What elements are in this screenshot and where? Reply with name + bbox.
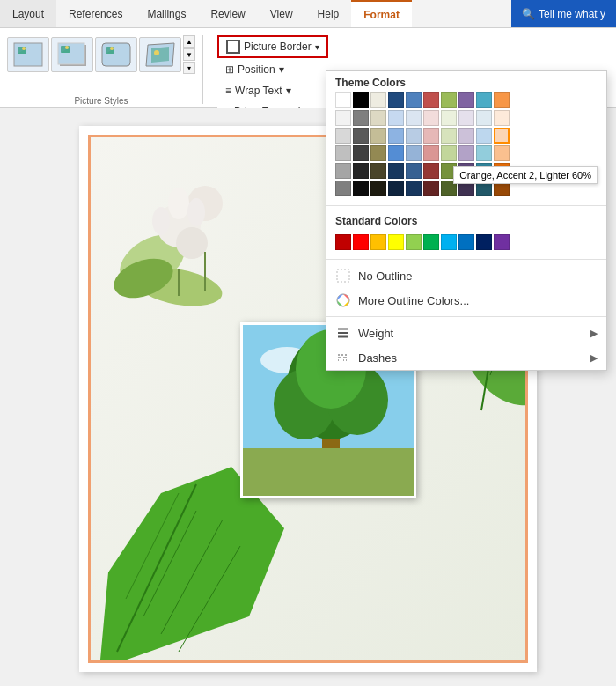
tc-3-8[interactable] xyxy=(458,128,474,144)
tc-4-10[interactable] xyxy=(494,145,510,161)
sc-3[interactable] xyxy=(370,234,386,250)
tab-references[interactable]: References xyxy=(56,0,135,27)
search-icon: 🔍 xyxy=(522,8,535,20)
svg-point-32 xyxy=(187,198,205,226)
tab-format[interactable]: Format xyxy=(351,0,412,27)
tc-6-4[interactable] xyxy=(388,181,404,196)
color-blue[interactable] xyxy=(406,92,422,108)
pic-style-3[interactable] xyxy=(95,37,137,72)
tc-4-4[interactable] xyxy=(388,145,404,161)
tc-3-9[interactable] xyxy=(476,128,492,144)
color-orange[interactable] xyxy=(494,92,510,108)
weight-label: Weight xyxy=(358,327,393,340)
tc-3-3[interactable] xyxy=(370,128,386,144)
dashes-icon xyxy=(335,350,351,365)
tc-2-1[interactable] xyxy=(335,110,351,126)
svg-rect-9 xyxy=(102,43,130,66)
tc-4-8[interactable] xyxy=(458,145,474,161)
sc-4[interactable] xyxy=(388,234,404,250)
pic-style-4[interactable] xyxy=(139,37,181,72)
svg-rect-0 xyxy=(14,43,42,66)
sc-1[interactable] xyxy=(335,234,351,250)
divider-standard xyxy=(326,205,606,206)
tab-help[interactable]: Help xyxy=(305,0,352,27)
color-teal[interactable] xyxy=(476,92,492,108)
divider-1 xyxy=(202,35,203,104)
weight-item[interactable]: Weight ▶ xyxy=(326,321,606,345)
tc-2-6[interactable] xyxy=(423,110,439,126)
tc-3-7[interactable] xyxy=(441,128,457,144)
scroll-down[interactable]: ▼ xyxy=(183,48,195,61)
dashes-item[interactable]: Dashes ▶ xyxy=(326,345,606,370)
sc-6[interactable] xyxy=(423,234,439,250)
color-purple[interactable] xyxy=(458,92,474,108)
tc-2-7[interactable] xyxy=(441,110,457,126)
color-red[interactable] xyxy=(423,92,439,108)
tc-2-3[interactable] xyxy=(370,110,386,126)
tc-3-2[interactable] xyxy=(353,128,369,144)
theme-color-row-1 xyxy=(335,92,598,108)
tc-5-4[interactable] xyxy=(388,163,404,179)
picture-styles-section: ▲ ▼ ▾ Picture Styles xyxy=(7,32,195,107)
tc-3-5[interactable] xyxy=(406,128,422,144)
tc-4-9[interactable] xyxy=(476,145,492,161)
tc-2-10[interactable] xyxy=(494,110,510,126)
pic-style-2[interactable] xyxy=(51,37,93,72)
tc-6-2[interactable] xyxy=(353,181,369,196)
tc-4-2[interactable] xyxy=(353,145,369,161)
tab-review[interactable]: Review xyxy=(198,0,257,27)
position-button[interactable]: ⊞ Position ▾ xyxy=(217,60,328,79)
tell-me-box[interactable]: 🔍 Tell me what y xyxy=(511,0,616,27)
tc-2-9[interactable] xyxy=(476,110,492,126)
pic-style-1[interactable] xyxy=(7,37,49,72)
tc-2-5[interactable] xyxy=(406,110,422,126)
tc-6-1[interactable] xyxy=(335,181,351,196)
tc-4-6[interactable] xyxy=(423,145,439,161)
picture-styles-label: Picture Styles xyxy=(74,96,128,107)
color-black[interactable] xyxy=(353,92,369,108)
sc-10[interactable] xyxy=(494,234,510,250)
sc-2[interactable] xyxy=(353,234,369,250)
color-cream[interactable] xyxy=(370,92,386,108)
tc-4-7[interactable] xyxy=(441,145,457,161)
sc-8[interactable] xyxy=(458,234,474,250)
tc-5-5[interactable] xyxy=(406,163,422,179)
scroll-expand[interactable]: ▾ xyxy=(183,62,195,74)
color-white[interactable] xyxy=(335,92,351,108)
tab-mailings[interactable]: Mailings xyxy=(135,0,198,27)
tc-4-3[interactable] xyxy=(370,145,386,161)
picture-border-button[interactable]: Picture Border ▾ xyxy=(217,35,328,58)
wrap-text-button[interactable]: ≡ Wrap Text ▾ xyxy=(217,81,328,100)
tc-2-4[interactable] xyxy=(388,110,404,126)
sc-7[interactable] xyxy=(441,234,457,250)
sc-5[interactable] xyxy=(406,234,422,250)
tc-5-3[interactable] xyxy=(370,163,386,179)
tc-3-10[interactable] xyxy=(494,128,510,144)
tab-view[interactable]: View xyxy=(258,0,305,27)
tc-6-3[interactable] xyxy=(370,181,386,196)
sc-9[interactable] xyxy=(476,234,492,250)
tc-4-5[interactable] xyxy=(406,145,422,161)
tab-bar: Layout References Mailings Review View H… xyxy=(0,0,616,28)
tc-2-8[interactable] xyxy=(458,110,474,126)
tc-6-5[interactable] xyxy=(406,181,422,196)
tc-5-6[interactable] xyxy=(423,163,439,179)
svg-point-8 xyxy=(65,46,69,49)
tc-4-1[interactable] xyxy=(335,145,351,161)
color-darkblue[interactable] xyxy=(388,92,404,108)
tc-2-2[interactable] xyxy=(353,110,369,126)
color-green[interactable] xyxy=(441,92,457,108)
tc-3-1[interactable] xyxy=(335,128,351,144)
tc-3-6[interactable] xyxy=(423,128,439,144)
tc-3-4[interactable] xyxy=(388,128,404,144)
tc-6-6[interactable] xyxy=(423,181,439,196)
more-colors-item[interactable]: More Outline Colors... xyxy=(326,288,606,313)
tc-5-2[interactable] xyxy=(353,163,369,179)
picture-border-label: Picture Border xyxy=(244,41,312,53)
no-outline-item[interactable]: No Outline xyxy=(326,263,606,288)
no-outline-icon xyxy=(335,268,351,284)
tab-layout[interactable]: Layout xyxy=(0,0,56,27)
scroll-up[interactable]: ▲ xyxy=(183,35,195,48)
tc-5-1[interactable] xyxy=(335,163,351,179)
svg-point-15 xyxy=(154,50,159,55)
